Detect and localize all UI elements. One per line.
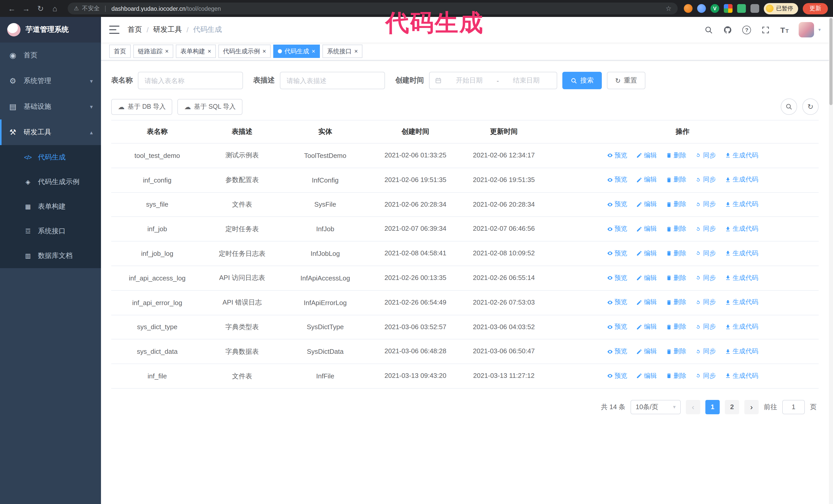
page-2-button[interactable]: 2 <box>725 400 739 414</box>
table-name-input[interactable] <box>138 72 243 89</box>
extension-icon-blue[interactable] <box>697 4 706 13</box>
help-icon[interactable]: ? <box>742 25 751 34</box>
generate-code-link[interactable]: 生成代码 <box>725 175 758 184</box>
close-icon[interactable]: × <box>208 48 211 54</box>
preview-link[interactable]: 预览 <box>607 200 627 209</box>
preview-link[interactable]: 预览 <box>607 151 627 160</box>
edit-link[interactable]: 编辑 <box>636 372 657 380</box>
edit-link[interactable]: 编辑 <box>636 200 657 209</box>
sync-link[interactable]: 同步 <box>695 151 716 160</box>
delete-link[interactable]: 删除 <box>666 298 686 307</box>
delete-link[interactable]: 删除 <box>666 151 686 160</box>
delete-link[interactable]: 删除 <box>666 249 686 258</box>
sync-link[interactable]: 同步 <box>695 372 716 380</box>
delete-link[interactable]: 删除 <box>666 200 686 209</box>
edit-link[interactable]: 编辑 <box>636 298 657 307</box>
date-range-picker[interactable]: 开始日期 - 结束日期 <box>429 72 557 89</box>
search-icon[interactable] <box>704 25 713 34</box>
tab-home[interactable]: 首页 <box>109 45 131 58</box>
refresh-table-button[interactable]: ↻ <box>802 98 819 115</box>
close-icon[interactable]: × <box>354 48 358 54</box>
preview-link[interactable]: 预览 <box>607 273 627 282</box>
scrollbar-thumb[interactable] <box>829 18 832 105</box>
user-avatar[interactable] <box>799 22 814 38</box>
sidebar-item-home[interactable]: ◉ 首页 <box>0 43 101 68</box>
page-scrollbar[interactable] <box>829 17 833 504</box>
generate-code-link[interactable]: 生成代码 <box>725 151 758 160</box>
edit-link[interactable]: 编辑 <box>636 347 657 356</box>
generate-code-link[interactable]: 生成代码 <box>725 200 758 209</box>
hamburger-icon[interactable] <box>109 26 119 34</box>
sidebar-item-system[interactable]: ⚙ 系统管理 ▾ <box>0 68 101 94</box>
generate-code-link[interactable]: 生成代码 <box>725 298 758 307</box>
page-1-button[interactable]: 1 <box>705 400 720 414</box>
generate-code-link[interactable]: 生成代码 <box>725 322 758 331</box>
paused-badge[interactable]: 已暂停 <box>764 3 798 14</box>
sync-link[interactable]: 同步 <box>695 322 716 331</box>
generate-code-link[interactable]: 生成代码 <box>725 224 758 233</box>
edit-link[interactable]: 编辑 <box>636 151 657 160</box>
sidebar-item-codegen[interactable]: </> 代码生成 <box>0 145 101 170</box>
delete-link[interactable]: 删除 <box>666 372 686 380</box>
close-icon[interactable]: × <box>312 48 315 54</box>
chevron-down-icon[interactable]: ▾ <box>818 27 821 32</box>
sync-link[interactable]: 同步 <box>695 224 716 233</box>
tab-codegen-example[interactable]: 代码生成示例× <box>218 45 271 58</box>
generate-code-link[interactable]: 生成代码 <box>725 347 758 356</box>
tab-form-builder[interactable]: 表单构建× <box>176 45 216 58</box>
security-label[interactable]: 不安全 <box>82 5 100 12</box>
sync-link[interactable]: 同步 <box>695 347 716 356</box>
next-page-button[interactable]: › <box>744 400 759 414</box>
sidebar-item-db-doc[interactable]: ▥ 数据库文档 <box>0 243 101 268</box>
address-bar[interactable]: ⚠ 不安全 dashboard.yudao.iocoder.cn/tool/co… <box>68 3 678 14</box>
page-size-select[interactable]: 10条/页 ▾ <box>630 400 681 414</box>
reset-button[interactable]: ↻ 重置 <box>607 72 645 89</box>
extension-icon-grid[interactable] <box>724 4 733 13</box>
reload-icon[interactable]: ↻ <box>34 2 47 15</box>
tab-codegen[interactable]: 代码生成× <box>273 45 320 58</box>
import-sql-button[interactable]: ☁ 基于 SQL 导入 <box>177 99 242 115</box>
sync-link[interactable]: 同步 <box>695 249 716 258</box>
import-db-button[interactable]: ☁ 基于 DB 导入 <box>111 99 172 115</box>
preview-link[interactable]: 预览 <box>607 298 627 307</box>
preview-link[interactable]: 预览 <box>607 347 627 356</box>
home-icon[interactable]: ⌂ <box>48 2 62 15</box>
delete-link[interactable]: 删除 <box>666 322 686 331</box>
search-button[interactable]: 搜索 <box>562 72 602 89</box>
sync-link[interactable]: 同步 <box>695 175 716 184</box>
fullscreen-icon[interactable] <box>761 25 770 34</box>
edit-link[interactable]: 编辑 <box>636 224 657 233</box>
edit-link[interactable]: 编辑 <box>636 249 657 258</box>
goto-page-input[interactable] <box>782 400 805 414</box>
prev-page-button[interactable]: ‹ <box>686 400 700 414</box>
tab-trace[interactable]: 链路追踪× <box>133 45 173 58</box>
preview-link[interactable]: 预览 <box>607 175 627 184</box>
sidebar-item-system-api[interactable]: ☲ 系统接口 <box>0 219 101 243</box>
generate-code-link[interactable]: 生成代码 <box>725 273 758 282</box>
extension-icon-v[interactable]: V <box>711 4 719 13</box>
forward-icon[interactable]: → <box>20 2 33 15</box>
preview-link[interactable]: 预览 <box>607 224 627 233</box>
table-desc-input[interactable] <box>280 72 385 89</box>
update-button[interactable]: 更新 <box>803 3 828 14</box>
sidebar-item-devtools[interactable]: ⚒ 研发工具 ▴ <box>0 119 101 145</box>
toggle-search-button[interactable] <box>781 98 797 115</box>
delete-link[interactable]: 删除 <box>666 273 686 282</box>
close-icon[interactable]: × <box>262 48 266 54</box>
delete-link[interactable]: 删除 <box>666 224 686 233</box>
preview-link[interactable]: 预览 <box>607 249 627 258</box>
generate-code-link[interactable]: 生成代码 <box>725 249 758 258</box>
sync-link[interactable]: 同步 <box>695 298 716 307</box>
extension-icon-puzzle[interactable] <box>751 4 759 13</box>
edit-link[interactable]: 编辑 <box>636 322 657 331</box>
sidebar-item-form-builder[interactable]: ▦ 表单构建 <box>0 194 101 219</box>
bookmark-star-icon[interactable]: ☆ <box>666 5 671 12</box>
github-icon[interactable] <box>723 25 732 34</box>
edit-link[interactable]: 编辑 <box>636 175 657 184</box>
preview-link[interactable]: 预览 <box>607 322 627 331</box>
delete-link[interactable]: 删除 <box>666 175 686 184</box>
close-icon[interactable]: × <box>165 48 169 54</box>
sync-link[interactable]: 同步 <box>695 273 716 282</box>
sidebar-item-infrastructure[interactable]: ▤ 基础设施 ▾ <box>0 94 101 119</box>
tab-system-api[interactable]: 系统接口× <box>323 45 362 58</box>
